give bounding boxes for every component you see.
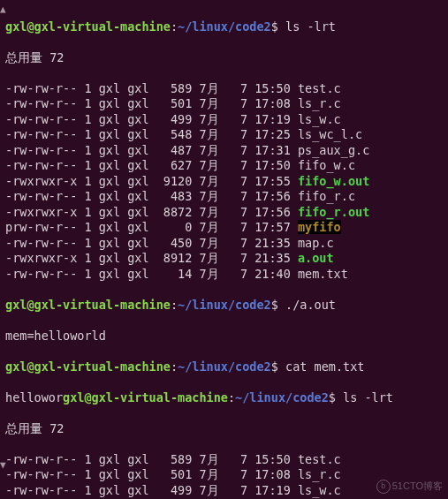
prompt-path: ~/linux/code2 — [178, 19, 271, 34]
file-row: -rw-rw-r-- 1 gxl gxl 499 7月 7 17:19 ls_w… — [5, 112, 443, 128]
file-row: -rw-rw-r-- 1 gxl gxl 589 7月 7 15:50 test… — [5, 81, 443, 97]
command-ls: ls -lrt — [285, 19, 336, 34]
file-row: -rw-rw-r-- 1 gxl gxl 487 7月 7 17:31 ps_a… — [5, 143, 443, 159]
file-name: ps_aux_g.c — [298, 143, 369, 157]
file-name: ls_wc_l.c — [298, 127, 362, 141]
file-row: -rw-rw-r-- 1 gxl gxl 501 7月 7 17:08 ls_r… — [5, 467, 443, 483]
file-name: mem.txt — [298, 267, 348, 281]
file-row: -rw-rw-r-- 1 gxl gxl 499 7月 7 17:19 ls_w… — [5, 483, 443, 499]
listing-1: -rw-rw-r-- 1 gxl gxl 589 7月 7 15:50 test… — [5, 81, 443, 283]
file-meta: -rwxrwxr-x 1 gxl gxl 8912 7月 7 21:35 — [5, 251, 298, 265]
file-meta: -rw-rw-r-- 1 gxl gxl 14 7月 7 21:40 — [5, 267, 298, 281]
file-row: -rw-rw-r-- 1 gxl gxl 501 7月 7 17:08 ls_r… — [5, 96, 443, 112]
file-row: -rw-rw-r-- 1 gxl gxl 627 7月 7 17:50 fifo… — [5, 158, 443, 174]
file-meta: -rw-rw-r-- 1 gxl gxl 501 7月 7 17:08 — [5, 467, 298, 481]
scroll-down-icon[interactable]: ▼ — [0, 457, 6, 473]
file-meta: -rw-rw-r-- 1 gxl gxl 483 7月 7 17:56 — [5, 189, 298, 203]
file-name: map.c — [298, 236, 334, 250]
prompt-line-3: gxl@gxl-virtual-machine:~/linux/code2$ c… — [5, 359, 443, 375]
file-meta: -rwxrwxr-x 1 gxl gxl 8872 7月 7 17:56 — [5, 205, 298, 219]
file-row: -rw-rw-r-- 1 gxl gxl 589 7月 7 15:50 test… — [5, 452, 443, 468]
file-meta: -rw-rw-r-- 1 gxl gxl 548 7月 7 17:25 — [5, 127, 298, 141]
file-meta: -rw-rw-r-- 1 gxl gxl 499 7月 7 17:19 — [5, 112, 298, 126]
prompt-user: gxl@gxl-virtual-machine — [5, 19, 171, 34]
file-meta: -rwxrwxr-x 1 gxl gxl 9120 7月 7 17:55 — [5, 174, 298, 188]
command-aout: ./a.out — [285, 298, 336, 312]
total-line-1: 总用量 72 — [5, 50, 443, 66]
file-meta: -rw-rw-r-- 1 gxl gxl 450 7月 7 21:35 — [5, 236, 298, 250]
file-name: myfifo — [298, 220, 341, 234]
file-row: -rw-rw-r-- 1 gxl gxl 483 7月 7 17:56 fifo… — [5, 189, 443, 205]
file-row: -rw-rw-r-- 1 gxl gxl 450 7月 7 21:35 map.… — [5, 236, 443, 252]
prompt-dollar: $ — [271, 19, 285, 34]
file-name: ls_w.c — [298, 112, 341, 126]
file-meta: -rw-rw-r-- 1 gxl gxl 627 7月 7 17:50 — [5, 158, 298, 172]
file-row: -rw-rw-r-- 1 gxl gxl 548 7月 7 17:25 ls_w… — [5, 127, 443, 143]
file-meta: -rw-rw-r-- 1 gxl gxl 499 7月 7 17:19 — [5, 483, 298, 497]
cat-output: hellowor — [5, 390, 63, 404]
prompt-line-2: gxl@gxl-virtual-machine:~/linux/code2$ .… — [5, 298, 443, 314]
scroll-up-icon[interactable]: ▲ — [0, 2, 6, 18]
file-row: prw-rw-r-- 1 gxl gxl 0 7月 7 17:57 myfifo — [5, 220, 443, 236]
file-meta: prw-rw-r-- 1 gxl gxl 0 7月 7 17:57 — [5, 220, 298, 234]
file-name: ls_r.c — [298, 467, 341, 481]
total-line-2: 总用量 72 — [5, 421, 443, 437]
file-meta: -rw-rw-r-- 1 gxl gxl 589 7月 7 15:50 — [5, 81, 298, 95]
file-meta: -rw-rw-r-- 1 gxl gxl 487 7月 7 17:31 — [5, 143, 298, 157]
file-meta: -rw-rw-r-- 1 gxl gxl 501 7月 7 17:08 — [5, 96, 298, 110]
prompt-line-4: helloworgxl@gxl-virtual-machine:~/linux/… — [5, 390, 443, 406]
file-name: fifo_r.c — [298, 189, 355, 203]
prompt-colon: : — [171, 19, 178, 34]
file-name: test.c — [298, 452, 341, 466]
file-row: -rw-rw-r-- 1 gxl gxl 14 7月 7 21:40 mem.t… — [5, 267, 443, 283]
file-name: a.out — [298, 251, 334, 265]
aout-output: mem=helloworld — [5, 329, 443, 344]
file-name: fifo_w.out — [298, 174, 369, 188]
file-meta: -rw-rw-r-- 1 gxl gxl 589 7月 7 15:50 — [5, 452, 298, 466]
terminal-output[interactable]: gxl@gxl-virtual-machine:~/linux/code2$ l… — [0, 0, 448, 499]
file-row: -rwxrwxr-x 1 gxl gxl 8872 7月 7 17:56 fif… — [5, 205, 443, 221]
file-name: ls_r.c — [298, 96, 341, 110]
file-name: fifo_w.c — [298, 158, 355, 172]
file-name: test.c — [298, 81, 341, 95]
command-cat: cat mem.txt — [285, 359, 364, 374]
file-row: -rwxrwxr-x 1 gxl gxl 8912 7月 7 21:35 a.o… — [5, 251, 443, 267]
listing-2: -rw-rw-r-- 1 gxl gxl 589 7月 7 15:50 test… — [5, 452, 443, 500]
file-name: ls_w.c — [298, 483, 341, 497]
file-name: fifo_r.out — [298, 205, 369, 219]
file-row: -rwxrwxr-x 1 gxl gxl 9120 7月 7 17:55 fif… — [5, 174, 443, 190]
prompt-line-1: gxl@gxl-virtual-machine:~/linux/code2$ l… — [5, 19, 443, 35]
command-ls-2: ls -lrt — [343, 390, 393, 404]
